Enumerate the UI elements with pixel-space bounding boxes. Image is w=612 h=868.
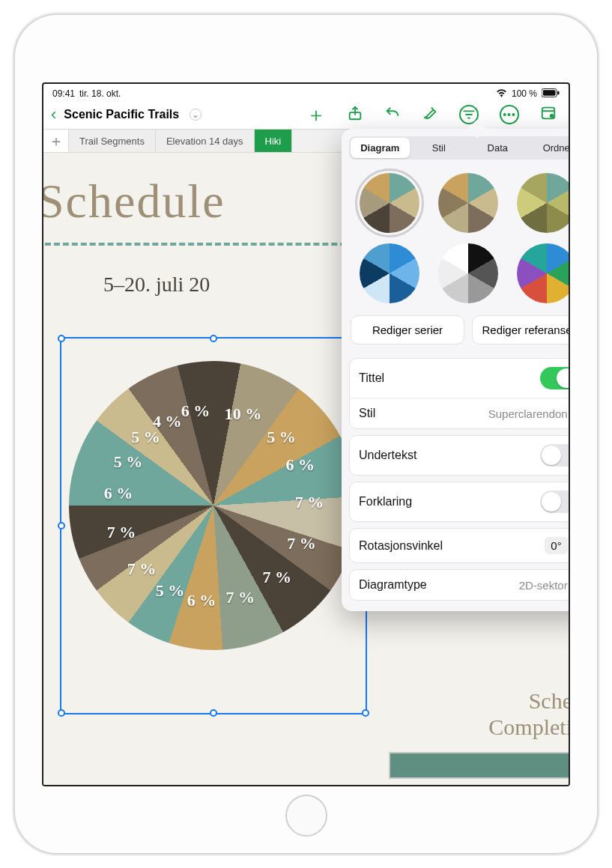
pie-chart[interactable]: 10 %5 %6 %7 %7 %7 %7 %6 %5 %7 %7 %6 %5 %… (69, 361, 358, 650)
chart-style-thumb[interactable] (360, 243, 419, 303)
document-menu-caret[interactable]: ⌄ (190, 109, 202, 121)
resize-handle[interactable] (362, 709, 369, 717)
pie-slice-label: 7 % (225, 588, 255, 607)
row-chart-type[interactable]: Diagramtype 2D-sektor › (350, 570, 570, 600)
add-sheet-button[interactable]: ＋ (43, 130, 69, 152)
row-subtitle-label: Undertekst (359, 449, 540, 462)
pie-slice-label: 4 % (153, 412, 182, 431)
row-style[interactable]: Stil Superclarendon › (350, 398, 570, 428)
pie-slice-label: 5 % (114, 452, 143, 472)
battery-icon (542, 88, 560, 100)
edit-series-button[interactable]: Rediger serier (351, 315, 464, 345)
sidebar-icon[interactable] (540, 105, 557, 124)
add-button[interactable]: ＋ (306, 102, 326, 128)
pie-slice-label: 5 % (267, 428, 296, 447)
row-title-label: Tittel (359, 371, 540, 385)
svg-rect-1 (543, 90, 556, 95)
svg-point-5 (551, 115, 554, 118)
status-bar: 09:41 tir. 18. okt. 100 % (43, 84, 569, 100)
chart-style-thumb[interactable] (438, 173, 498, 233)
chart-style-thumb[interactable] (517, 173, 570, 233)
share-icon[interactable] (347, 105, 363, 124)
resize-handle[interactable] (58, 335, 65, 342)
pie-slice-label: 6 % (286, 455, 315, 475)
rotation-value[interactable]: 0° (545, 537, 567, 554)
status-time: 09:41 (52, 88, 75, 99)
resize-handle[interactable] (210, 335, 217, 342)
row-legend-label: Forklaring (359, 495, 540, 509)
more-icon[interactable]: ••• (500, 105, 519, 124)
undo-icon[interactable] (384, 105, 401, 124)
format-popover: Diagram Stil Data Ordne Rediger serier R… (342, 129, 570, 611)
document-title[interactable]: Scenic Pacific Trails (64, 108, 179, 121)
sheet-tab[interactable]: Hiki (255, 130, 293, 152)
segmented-control: Diagram Stil Data Ordne (349, 136, 570, 160)
wifi-icon (496, 88, 507, 100)
pie-slice-label: 7 % (295, 493, 324, 512)
back-button[interactable]: ‹ (51, 106, 56, 123)
row-rotation[interactable]: Rotasjonsvinkel 0° › (350, 529, 570, 562)
seg-style[interactable]: Stil (410, 138, 469, 158)
chart-style-thumb[interactable] (517, 243, 570, 303)
pie-slice-label: 7 % (107, 523, 136, 542)
resize-handle[interactable] (58, 522, 65, 529)
title-toggle[interactable] (540, 367, 570, 389)
pie-slice-label: 10 % (225, 404, 262, 424)
pie-slice-label: 6 % (181, 401, 210, 421)
legend-toggle[interactable] (540, 491, 570, 513)
pie-slice-label: 6 % (104, 484, 133, 503)
chart-style-thumb[interactable] (360, 173, 419, 233)
side-heading: Sched Completin (488, 688, 569, 740)
battery-text: 100 % (512, 88, 537, 99)
table-header-strip[interactable] (389, 752, 569, 779)
format-brush-icon[interactable] (422, 105, 438, 124)
chart-style-thumb[interactable] (438, 243, 498, 303)
pie-slice-label: 7 % (127, 559, 157, 579)
screen: 09:41 tir. 18. okt. 100 % ‹ Scenic Pacif… (42, 82, 570, 786)
subtitle-toggle[interactable] (540, 444, 570, 467)
chart-style-grid (349, 167, 570, 314)
ipad-frame: 09:41 tir. 18. okt. 100 % ‹ Scenic Pacif… (15, 15, 597, 853)
seg-arrange[interactable]: Ordne (527, 138, 571, 158)
pie-slice-label: 5 % (156, 581, 185, 601)
pie-slice-label: 7 % (262, 568, 291, 587)
seg-diagram[interactable]: Diagram (351, 138, 410, 158)
sheet-tab[interactable]: Elevation 14 days (156, 130, 255, 152)
edit-references-button[interactable]: Rediger referanser (472, 315, 570, 345)
status-date: tir. 18. okt. (79, 88, 121, 99)
resize-handle[interactable] (58, 709, 65, 717)
app-toolbar: ‹ Scenic Pacific Trails ⌄ ＋ ••• (43, 100, 569, 129)
seg-data[interactable]: Data (468, 138, 527, 158)
sheet-tab[interactable]: Trail Segments (69, 130, 156, 152)
pie-slice-label: 7 % (287, 534, 316, 553)
home-button[interactable] (285, 795, 327, 837)
svg-rect-2 (557, 91, 559, 94)
pie-slice-label: 6 % (187, 591, 216, 610)
resize-handle[interactable] (210, 709, 217, 717)
